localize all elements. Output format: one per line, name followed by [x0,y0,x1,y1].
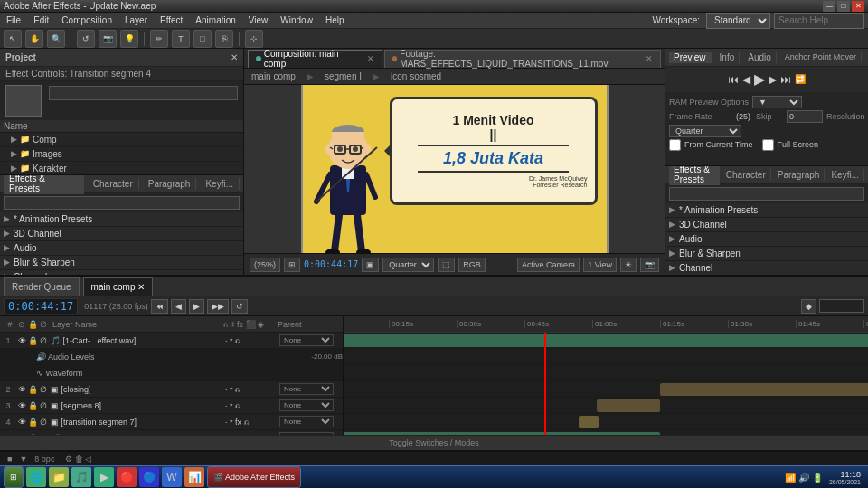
effect2-cat-blur[interactable]: ▶ Blur & Sharpen [665,247,868,261]
tool-puppet[interactable]: ⊹ [245,30,263,48]
menu-animation[interactable]: Animation [193,14,238,26]
menu-effect[interactable]: Effect [157,14,185,26]
tree-item-images[interactable]: ▶ 📁 Images [0,147,243,162]
prev-fullscreen-checkbox[interactable] [762,139,774,151]
prev-ram-select[interactable]: ▼ [752,96,802,108]
lr-parent-select-2[interactable]: None [279,383,334,395]
tray-volume[interactable]: 🔊 [798,473,809,483]
lr-vis-3[interactable]: 👁 [16,401,27,410]
layer-row-4[interactable]: 4 👁 🔒 ∅ ▣ [transition segmen 7] · * fx ⎌… [0,414,343,430]
effect-cat-audio[interactable]: ▶ Audio [0,241,243,256]
tl-play-btn[interactable]: ▶ [189,299,204,314]
effect2-cat-channel[interactable]: ▶ Channel [665,261,868,275]
vc-channel[interactable]: RGB [458,258,486,272]
prev-to-end[interactable]: ⏭ [780,73,791,86]
lr-solo-2[interactable]: ∅ [38,385,49,394]
prev-play[interactable]: ▶ [754,70,765,88]
effect-cat-blur[interactable]: ▶ Blur & Sharpen [0,256,243,270]
lr-lock-4[interactable]: 🔒 [27,418,38,427]
vc-1view[interactable]: 1 View [583,258,617,272]
taskbar-icon-music[interactable]: 🎵 [71,467,91,487]
close-button[interactable]: ✕ [852,1,864,12]
lr-vis-1[interactable]: 👁 [16,336,27,345]
tool-rotate[interactable]: ↺ [77,30,95,48]
project-search-input[interactable] [49,86,238,100]
tl-main-comp-tab[interactable]: main comp ✕ [83,277,154,296]
workspace-select[interactable]: Standard [706,13,770,29]
vc-zoom-level[interactable]: (25%) [250,258,280,272]
search-help-input[interactable] [774,13,864,29]
taskbar-icon-folder[interactable]: 📁 [49,467,69,487]
menu-layer[interactable]: Layer [122,14,150,26]
vc-grid[interactable]: ⊞ [284,258,300,272]
tl-render-queue-tab[interactable]: Render Queue [4,277,80,296]
tab-anchor[interactable]: Anchor Point Mover [780,52,862,62]
effect2-cat-3d[interactable]: ▶ 3D Channel [665,218,868,232]
tab-preview[interactable]: Preview [669,52,712,63]
taskbar-icon-excel[interactable]: 📊 [184,467,204,487]
menu-composition[interactable]: Composition [59,14,115,26]
subtab-segmen1[interactable]: segmen I [321,70,365,82]
lr-lock-1[interactable]: 🔒 [27,336,38,345]
tab-character[interactable]: Character [88,178,139,190]
comp-tab-footage[interactable]: Footage: MARS_EFFECTS_LIQUID_TRANSITIONS… [384,50,661,68]
lr-solo-1[interactable]: ∅ [38,336,49,345]
prev-from-current-checkbox[interactable] [669,139,681,151]
footage-tab-close[interactable]: ✕ [646,54,653,63]
lr-parent-select-3[interactable]: None [279,399,334,411]
taskbar-start-button[interactable]: ⊞ [4,466,24,488]
taskbar-icon-word[interactable]: W [162,467,182,487]
tool-light[interactable]: 💡 [120,30,138,48]
prev-resolution-select[interactable]: Quarter Full [669,125,741,137]
vc-resolution-select[interactable]: Quarter Full Half [382,258,434,272]
tab-effects-presets[interactable]: Effects & Presets [4,175,84,195]
tl-loop-btn[interactable]: ↺ [231,299,248,314]
effect2-cat-audio[interactable]: ▶ Audio [665,232,868,247]
menu-edit[interactable]: Edit [31,14,52,26]
subtab-main[interactable]: main comp [248,70,299,82]
layer-subrow-1a[interactable]: 🔊 Audio Levels -20.00 dB [0,349,343,365]
prev-loop[interactable]: 🔁 [795,74,806,84]
menu-file[interactable]: File [4,14,24,26]
taskbar-icon-ie[interactable]: 🌐 [26,467,46,487]
ie-tab-effects[interactable]: Effects & Presets [669,166,720,186]
menu-view[interactable]: View [246,14,271,26]
lr-vis-4[interactable]: 👁 [16,418,27,427]
effects-search-input[interactable] [4,196,240,210]
tool-select[interactable]: ↖ [4,30,22,48]
project-panel-close[interactable]: ✕ [231,52,238,62]
menu-window[interactable]: Window [278,14,316,26]
ie-tab-keyfi[interactable]: Keyfi... [826,169,864,181]
vc-active-camera[interactable]: Active Camera [517,258,580,272]
effects-search2-input[interactable] [669,187,864,201]
taskbar-icon-red[interactable]: 🔴 [117,467,137,487]
subtab-icon[interactable]: icon sosmed [387,70,445,82]
prev-skip-input[interactable] [787,110,823,123]
tray-network[interactable]: 📶 [785,473,796,483]
menu-help[interactable]: Help [323,14,347,26]
lr-parent-select-1[interactable]: None [279,334,334,346]
lr-lock-2[interactable]: 🔒 [27,385,38,394]
prev-prev-frame[interactable]: ◀ [742,73,750,86]
minimize-button[interactable]: — [823,1,835,12]
tool-zoom[interactable]: 🔍 [47,30,65,48]
tool-camera[interactable]: 📷 [99,30,117,48]
lr-parent-select-4[interactable]: None [279,416,334,427]
vc-frame[interactable]: ▣ [362,258,379,272]
effect-cat-animation[interactable]: ▶ * Animation Presets [0,212,243,227]
taskbar-icon-blue[interactable]: 🔵 [139,467,159,487]
prev-to-start[interactable]: ⏮ [728,73,739,86]
tl-time-display[interactable]: 0:00:44:17 [4,298,78,314]
lr-vis-2[interactable]: 👁 [16,385,27,394]
prev-next-frame[interactable]: ▶ [769,73,777,86]
taskbar-ae-button[interactable]: 🎬 Adobe After Effects [207,466,301,488]
tab-keyframe[interactable]: Keyfi... [200,178,240,190]
tab-audio[interactable]: Audio [743,52,777,63]
lr-solo-3[interactable]: ∅ [38,401,49,410]
effect2-cat-animation[interactable]: ▶ * Animation Presets [665,203,868,218]
tool-clone[interactable]: ⎘ [215,30,233,48]
tool-text[interactable]: T [172,30,190,48]
vc-exposure[interactable]: ☀ [620,258,637,272]
tl-nav-btn3[interactable]: ▶▶ [207,299,229,314]
layer-row-2[interactable]: 2 👁 🔒 ∅ ▣ [closing] · * ⎌ None [0,381,343,398]
